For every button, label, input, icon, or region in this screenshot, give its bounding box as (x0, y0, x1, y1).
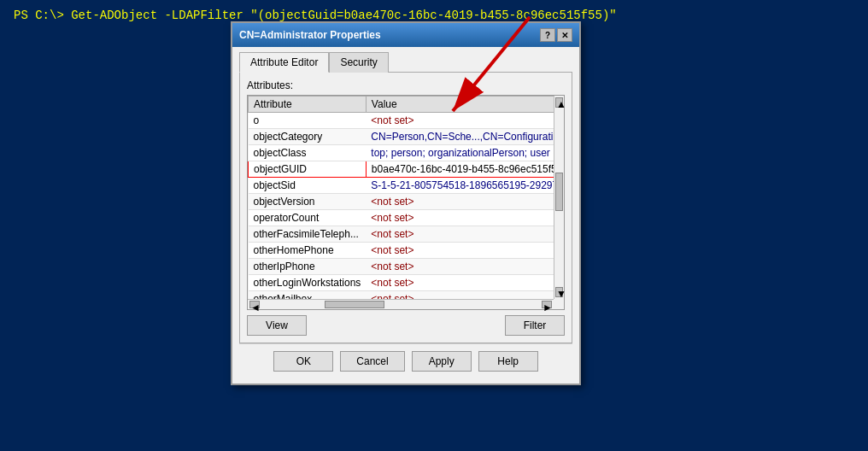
attr-name: otherMailbox (249, 291, 367, 300)
attr-name: otherLoginWorkstations (249, 275, 367, 291)
help-titlebar-button[interactable]: ? (540, 28, 555, 42)
table-row[interactable]: otherHomePhone<not set> (249, 243, 554, 259)
attr-value: <not set> (366, 291, 554, 300)
attr-name: otherIpPhone (249, 259, 367, 275)
tab-attribute-editor[interactable]: Attribute Editor (239, 52, 329, 73)
help-button[interactable]: Help (478, 351, 538, 372)
table-row[interactable]: otherFacsimileTeleph...<not set> (249, 226, 554, 243)
scrollbar-thumb-h[interactable] (325, 301, 384, 308)
table-row[interactable]: objectCategoryCN=Person,CN=Sche...,CN=Co… (249, 129, 554, 145)
scrollbar-up-arrow[interactable]: ▲ (555, 97, 563, 108)
scrollbar-horizontal[interactable]: ◄ ► (248, 299, 554, 309)
table-row[interactable]: o<not set> (249, 113, 554, 129)
attributes-table: Attribute Value o<not set>objectCategory… (248, 96, 554, 299)
table-row[interactable]: objectVersion<not set> (249, 194, 554, 210)
dialog-titlebar: CN=Administrator Properties ? ✕ (232, 23, 579, 47)
dialog-content: Attribute Editor Security Attributes: At… (232, 47, 579, 384)
table-inner: Attribute Value o<not set>objectCategory… (248, 96, 554, 299)
action-buttons-row: View Filter (247, 315, 565, 336)
table-row[interactable]: operatorCount<not set> (249, 210, 554, 226)
attr-name: objectGUID (249, 161, 367, 178)
table-row[interactable]: otherIpPhone<not set> (249, 259, 554, 275)
scrollbar-left-arrow[interactable]: ◄ (249, 301, 260, 308)
table-row[interactable]: objectGUIDb0ae470c-16bc-4019-b455-8c96ec… (249, 161, 554, 178)
table-row[interactable]: objectClasstop; person; organizationalPe… (249, 145, 554, 161)
view-button[interactable]: View (247, 315, 307, 336)
titlebar-buttons: ? ✕ (540, 28, 572, 42)
attr-value: <not set> (366, 275, 554, 291)
attr-name: objectClass (249, 145, 367, 161)
bottom-buttons-row: OK Cancel Apply Help (239, 343, 572, 378)
attr-name: operatorCount (249, 210, 367, 226)
attr-name: objectVersion (249, 194, 367, 210)
attr-value: S-1-5-21-805754518-1896565195-29297403..… (366, 178, 554, 194)
scrollbar-corner (554, 299, 564, 309)
table-header-row: Attribute Value (249, 97, 554, 113)
attr-value: <not set> (366, 259, 554, 275)
scrollbar-vertical[interactable]: ▲ ▼ (554, 96, 564, 299)
attr-name: objectCategory (249, 129, 367, 145)
attr-value: <not set> (366, 194, 554, 210)
properties-dialog: CN=Administrator Properties ? ✕ Attribut… (231, 21, 581, 385)
table-row[interactable]: objectSidS-1-5-21-805754518-1896565195-2… (249, 178, 554, 194)
attr-value: CN=Person,CN=Sche...,CN=Configuration,D (366, 129, 554, 145)
attr-name: o (249, 113, 367, 129)
tab-bar: Attribute Editor Security (239, 52, 572, 73)
col-value: Value (366, 97, 554, 113)
attr-value: <not set> (366, 210, 554, 226)
dialog-title: CN=Administrator Properties (239, 29, 381, 41)
table-row[interactable]: otherLoginWorkstations<not set> (249, 275, 554, 291)
attr-name: otherFacsimileTeleph... (249, 226, 367, 243)
terminal-command: PS C:\> Get-ADObject -LDAPFilter "(objec… (14, 9, 854, 22)
attr-value: <not set> (366, 243, 554, 259)
attr-value: <not set> (366, 113, 554, 129)
attr-value: b0ae470c-16bc-4019-b455-8c96ec515f55 (366, 161, 554, 178)
scrollbar-down-arrow[interactable]: ▼ (555, 287, 563, 297)
scrollbar-thumb-v[interactable] (555, 173, 563, 211)
ok-button[interactable]: OK (273, 351, 333, 372)
scrollbar-right-arrow[interactable]: ► (542, 301, 552, 308)
apply-button[interactable]: Apply (412, 351, 472, 372)
attribute-editor-panel: Attributes: Attribute Value o<not set>ob… (239, 72, 572, 343)
attributes-label: Attributes: (247, 79, 565, 91)
col-attribute: Attribute (249, 97, 367, 113)
filter-button[interactable]: Filter (505, 315, 565, 336)
attr-name: otherHomePhone (249, 243, 367, 259)
table-row[interactable]: otherMailbox<not set> (249, 291, 554, 300)
cancel-button[interactable]: Cancel (340, 351, 404, 372)
tab-security[interactable]: Security (329, 52, 388, 73)
close-button[interactable]: ✕ (557, 28, 572, 42)
attributes-container: Attribute Value o<not set>objectCategory… (247, 95, 565, 310)
attr-name: objectSid (249, 178, 367, 194)
attr-value: top; person; organizationalPerson; user (366, 145, 554, 161)
attr-value: <not set> (366, 226, 554, 243)
